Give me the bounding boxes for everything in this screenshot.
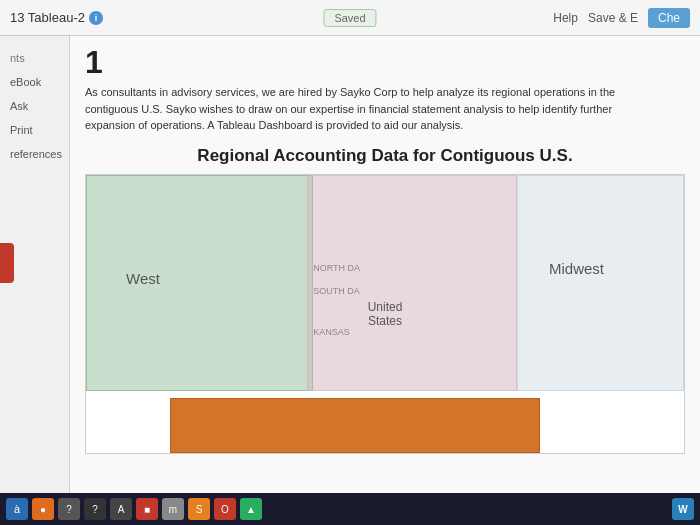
usa-center-label: UnitedStates [368, 300, 403, 328]
red-pill-indicator [0, 243, 14, 283]
midwest-label: Midwest [549, 260, 604, 277]
sidebar-item-print[interactable]: Print [6, 122, 37, 138]
sidebar-item-ebook[interactable]: eBook [6, 74, 45, 90]
map-label-2: SOUTH DA [313, 286, 360, 296]
taskbar-icon-9[interactable]: O [214, 498, 236, 520]
taskbar-icon-6[interactable]: ■ [136, 498, 158, 520]
info-icon[interactable]: i [89, 11, 103, 25]
content-area: 1 As consultants in advisory services, w… [70, 36, 700, 493]
orange-bar [170, 398, 541, 453]
chart-title: Regional Accounting Data for Contiguous … [85, 146, 685, 166]
taskbar-icon-7[interactable]: m [162, 498, 184, 520]
sidebar-item-ask[interactable]: Ask [6, 98, 32, 114]
taskbar-icon-10[interactable]: ▲ [240, 498, 262, 520]
west-label: West [126, 270, 160, 287]
app-title-area: 13 Tableau-2 i [10, 10, 103, 25]
chart-container: West Midwest UnitedStates NORTH DA SOUTH… [85, 174, 685, 454]
taskbar: à ● ? ? A ■ m S O ▲ W [0, 493, 700, 525]
save-button[interactable]: Save & E [588, 11, 638, 25]
main-layout: nts eBook Ask Print references 1 As cons… [0, 36, 700, 493]
taskbar-icon-3[interactable]: ? [58, 498, 80, 520]
taskbar-icon-8[interactable]: S [188, 498, 210, 520]
region-west [86, 175, 313, 392]
map-area: West Midwest UnitedStates NORTH DA SOUTH… [86, 175, 684, 453]
check-button[interactable]: Che [648, 8, 690, 28]
saved-badge: Saved [323, 9, 376, 27]
usa-label: UnitedStates [368, 300, 403, 328]
sidebar-item-references[interactable]: references [6, 146, 66, 162]
app-title: 13 Tableau-2 [10, 10, 85, 25]
question-number: 1 [85, 46, 685, 78]
map-label-3: KANSAS [313, 327, 350, 337]
help-link[interactable]: Help [553, 11, 578, 25]
intro-text: As consultants in advisory services, we … [85, 84, 665, 134]
taskbar-icon-4[interactable]: ? [84, 498, 106, 520]
map-label-1: NORTH DA [313, 263, 360, 273]
top-right-actions: Help Save & E Che [553, 8, 690, 28]
region-east [517, 175, 684, 392]
top-bar: 13 Tableau-2 i Saved Help Save & E Che [0, 0, 700, 36]
taskbar-icon-5[interactable]: A [110, 498, 132, 520]
taskbar-icon-2[interactable]: ● [32, 498, 54, 520]
region-midwest [307, 175, 516, 392]
taskbar-icon-w[interactable]: W [672, 498, 694, 520]
taskbar-icon-1[interactable]: à [6, 498, 28, 520]
sidebar-item-nts: nts [6, 50, 29, 66]
